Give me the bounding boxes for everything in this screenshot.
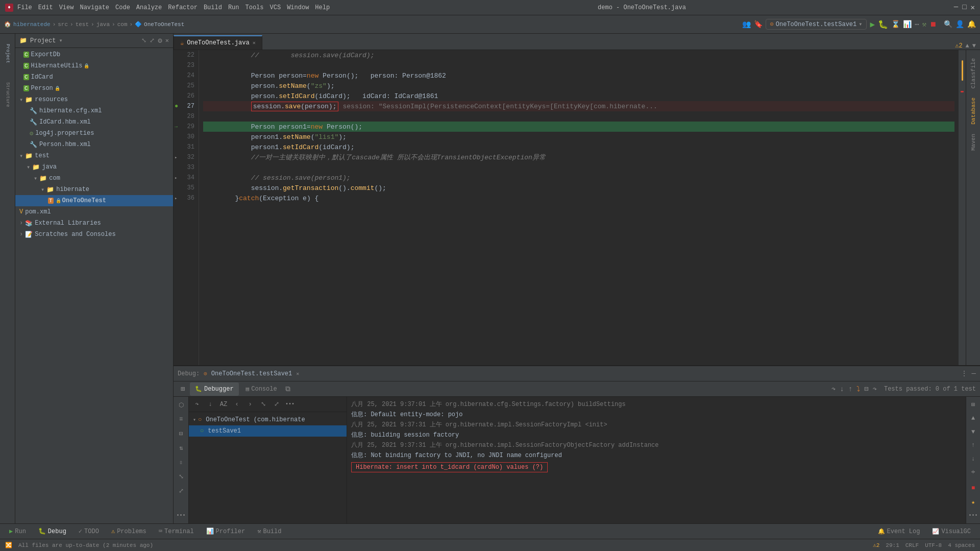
stop-red-btn[interactable]: ■ bbox=[967, 483, 979, 494]
breadcrumb-part-1[interactable]: src bbox=[58, 21, 68, 28]
more-run-options[interactable]: ⋯ bbox=[915, 20, 919, 29]
step-over-icon[interactable]: ↷ bbox=[831, 385, 836, 393]
list-item[interactable]: C IdCard bbox=[15, 71, 173, 83]
debug-tree-item[interactable]: ▾ ○ OneToOneTest (com.hibernate bbox=[189, 414, 347, 425]
shrink-view-btn[interactable]: ⤢ bbox=[175, 485, 187, 497]
tab-close-icon[interactable]: ✕ bbox=[253, 40, 256, 46]
project-dropdown[interactable]: ▾ bbox=[59, 37, 62, 44]
list-item[interactable]: V pom.xml bbox=[15, 206, 173, 218]
list-item[interactable]: ▾ 📁 test bbox=[15, 150, 173, 161]
maven-label[interactable]: Maven bbox=[968, 131, 978, 154]
menu-file[interactable]: File bbox=[17, 4, 32, 11]
prev-btn[interactable]: ‹ bbox=[231, 398, 243, 411]
tab-onetoontest[interactable]: ☕ OneToOneTest.java ✕ bbox=[174, 35, 262, 50]
up2-icon[interactable]: ↑ bbox=[967, 440, 979, 451]
list-item[interactable]: T 🔒 OneToOneTest bbox=[15, 195, 173, 206]
debug-tab[interactable]: 🐛 Debug bbox=[33, 525, 71, 538]
list-item[interactable]: C Person 🔒 bbox=[15, 83, 173, 94]
problems-tab[interactable]: ⚠ Problems bbox=[106, 525, 152, 538]
line-ending[interactable]: CRLF bbox=[905, 542, 919, 548]
expand-all-icon[interactable]: ⤡ bbox=[141, 37, 146, 44]
console-tab[interactable]: ▤ Console bbox=[241, 382, 282, 396]
menu-run[interactable]: Run bbox=[228, 4, 239, 11]
next-btn[interactable]: › bbox=[244, 398, 256, 411]
warning-status[interactable]: ⚠2 bbox=[873, 542, 879, 548]
build-button[interactable]: ⚒ bbox=[922, 20, 926, 29]
expand-debug-btn[interactable]: ⤡ bbox=[257, 398, 270, 411]
close-button[interactable]: ✕ bbox=[971, 3, 975, 12]
step-into-debug-btn[interactable]: ↓ bbox=[204, 398, 216, 411]
run-tab[interactable]: ▶ Run bbox=[4, 525, 31, 538]
breadcrumb-part-0[interactable]: hibernatede bbox=[13, 21, 51, 28]
list-item[interactable]: › 📝 Scratches and Consoles bbox=[15, 229, 173, 240]
indent-indicator[interactable]: 4 spaces bbox=[948, 542, 975, 548]
menu-analyze[interactable]: Analyze bbox=[136, 4, 162, 11]
breadcrumb-part-3[interactable]: java bbox=[96, 21, 110, 28]
layout-icon[interactable]: ⊞ bbox=[967, 399, 979, 411]
terminal-tab[interactable]: ⌨ Terminal bbox=[154, 525, 199, 538]
profile-button[interactable]: 📊 bbox=[903, 20, 912, 29]
visual-gc-link[interactable]: 📈 VisualGC bbox=[927, 525, 976, 538]
list-item[interactable]: ▾ 📁 resources bbox=[15, 94, 173, 105]
menu-tools[interactable]: Tools bbox=[246, 4, 264, 11]
database-label[interactable]: Database bbox=[968, 94, 978, 128]
stop-button[interactable]: ⏹ bbox=[929, 20, 937, 29]
collapse-debug-btn[interactable]: ⤢ bbox=[271, 398, 283, 411]
list-item[interactable]: ▾ 📁 com bbox=[15, 173, 173, 184]
menu-edit[interactable]: Edit bbox=[38, 4, 53, 11]
debug-bottom-more[interactable]: ••• bbox=[967, 510, 979, 521]
evaluate-icon[interactable]: ⊟ bbox=[864, 385, 868, 393]
duplicate-console-icon[interactable]: ⧉ bbox=[285, 385, 290, 393]
down-arrow-icon[interactable]: ▼ bbox=[967, 426, 979, 438]
build-tab[interactable]: ⚒ Build bbox=[252, 525, 286, 538]
close-panel-icon[interactable]: ✕ bbox=[165, 37, 169, 44]
scroll-down-icon[interactable]: ▼ bbox=[972, 42, 976, 50]
down2-icon[interactable]: ↓ bbox=[967, 453, 979, 465]
menu-build[interactable]: Build bbox=[204, 4, 222, 11]
run-coverage-button[interactable]: ⌛ bbox=[891, 20, 900, 29]
step-into-icon[interactable]: ↓ bbox=[840, 385, 844, 393]
menu-vcs[interactable]: VCS bbox=[270, 4, 281, 11]
tab-layout-icon[interactable]: ⊞ bbox=[178, 384, 188, 394]
bookmark-icon[interactable]: 🔖 bbox=[754, 20, 763, 29]
event-log-link[interactable]: 🔔 Event Log bbox=[873, 525, 925, 538]
list-item[interactable]: C ExportDb bbox=[15, 49, 173, 60]
menu-help[interactable]: Help bbox=[315, 4, 330, 11]
menu-view[interactable]: View bbox=[59, 4, 74, 11]
debug-options-icon[interactable]: ⋮ bbox=[961, 369, 968, 378]
collaboration-icon[interactable]: 👥 bbox=[742, 20, 751, 29]
step-out-icon[interactable]: ↑ bbox=[848, 385, 852, 393]
debug-tree-item[interactable]: ○ testSave1 bbox=[189, 425, 347, 437]
breadcrumb-part-4[interactable]: com bbox=[117, 21, 128, 28]
user-icon[interactable]: 👤 bbox=[955, 20, 964, 29]
list-item[interactable]: 🔧 Person.hbm.xml bbox=[15, 139, 173, 150]
minimize-panel-icon[interactable]: ─ bbox=[972, 370, 976, 378]
resume-icon[interactable]: ↷ bbox=[873, 385, 877, 393]
list-item[interactable]: ▾ 📁 java bbox=[15, 161, 173, 173]
settings-icon[interactable]: ⚙ bbox=[158, 36, 162, 45]
up-arrow-icon[interactable]: ▲ bbox=[967, 413, 979, 424]
project-tool-button[interactable]: Project bbox=[1, 36, 14, 71]
list-item[interactable]: ▾ 📁 hibernate bbox=[15, 184, 173, 195]
charset-indicator[interactable]: UTF-8 bbox=[925, 542, 942, 548]
maximize-button[interactable]: □ bbox=[962, 3, 966, 12]
breadcrumb-part-5[interactable]: 🔷 bbox=[135, 21, 142, 28]
menu-code[interactable]: Code bbox=[115, 4, 130, 11]
list-item[interactable]: › 📚 External Libraries bbox=[15, 218, 173, 229]
profiler-tab[interactable]: 📊 Profiler bbox=[201, 525, 251, 538]
breadcrumb-part-2[interactable]: test bbox=[76, 21, 89, 28]
sort-alt-btn[interactable]: ⇳ bbox=[175, 456, 187, 468]
menu-refactor[interactable]: Refactor bbox=[168, 4, 198, 11]
menu-navigate[interactable]: Navigate bbox=[80, 4, 109, 11]
todo-tab[interactable]: ✓ TODO bbox=[74, 525, 104, 538]
sort-btn[interactable]: ⇅ bbox=[175, 442, 187, 454]
list-item[interactable]: ⚙ log4j.properties bbox=[15, 128, 173, 139]
list-item[interactable]: 🔧 hibernate.cfg.xml bbox=[15, 105, 173, 116]
notifications-icon[interactable]: 🔔 bbox=[967, 20, 976, 29]
more-debug-btn[interactable]: ••• bbox=[284, 398, 296, 411]
list-item[interactable]: C HibernateUtils 🔒 bbox=[15, 60, 173, 71]
sort-az-btn[interactable]: AZ bbox=[217, 398, 230, 411]
run-button[interactable]: ▶ bbox=[870, 19, 875, 30]
debug-button[interactable]: 🐛 bbox=[878, 19, 888, 30]
minimize-button[interactable]: ─ bbox=[954, 3, 958, 12]
